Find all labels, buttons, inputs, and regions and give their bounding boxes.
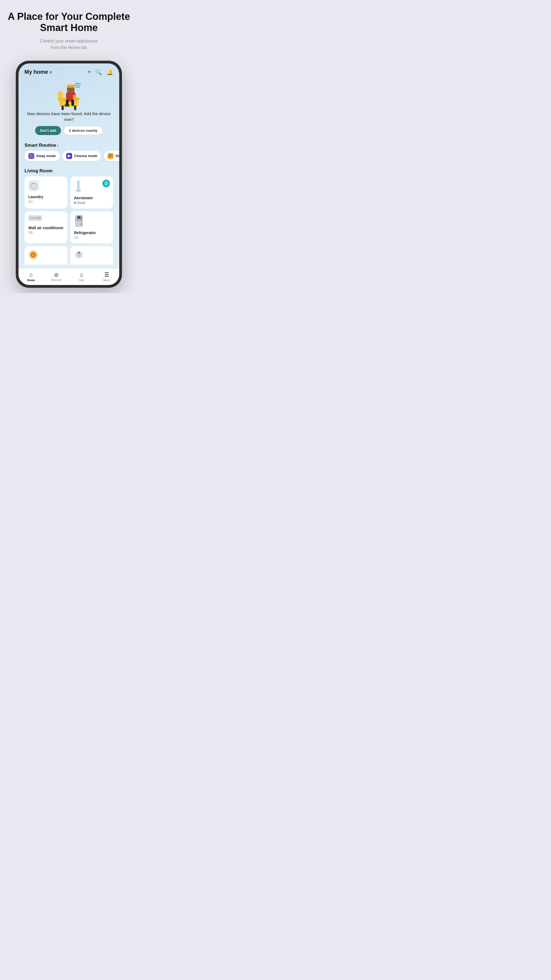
refrigerator-name: Refrigerator	[74, 230, 110, 235]
device-card-refrigerator[interactable]: Refrigerator On	[70, 211, 113, 243]
svg-rect-13	[66, 99, 68, 106]
devices-nearby-button[interactable]: 2 devices nearby	[64, 126, 103, 135]
sleep-mode-icon: 💤	[108, 153, 113, 159]
living-room-title: Living Room	[24, 165, 113, 177]
phone-header: My home ∨ + 🔍 🔔	[19, 64, 119, 78]
dont-add-button[interactable]: Don't add	[35, 126, 61, 135]
routine-chips-row: 🏃 Away mode ▶ Cinema mode 💤 Sle...	[19, 151, 119, 165]
laundry-status: On	[28, 200, 64, 204]
aerotower-status: Good	[74, 201, 110, 205]
aerotower-name: Aerotower	[74, 196, 110, 200]
home-nav-icon: ⌂	[29, 272, 33, 278]
device-card-partial-right[interactable]	[70, 246, 113, 265]
chevron-down-icon: ∨	[49, 70, 52, 74]
bell-icon[interactable]: 🔔	[107, 69, 113, 75]
svg-rect-32	[81, 217, 82, 220]
svg-rect-14	[71, 99, 74, 106]
nav-home[interactable]: ⌂ Home	[23, 272, 39, 282]
nav-discover[interactable]: ◎ Discover	[48, 272, 65, 282]
cinema-mode-label: Cinema mode	[74, 154, 97, 158]
phone-screen: My home ∨ + 🔍 🔔	[19, 64, 119, 285]
wall-ac-name: Wall air conditioner	[28, 225, 64, 230]
aerotower-status-text: Good	[77, 201, 85, 205]
discover-nav-label: Discover	[51, 278, 62, 282]
add-icon[interactable]: +	[88, 69, 91, 75]
hero-buttons: Don't add 2 devices nearby	[35, 126, 103, 135]
discover-nav-icon: ◎	[54, 272, 59, 278]
svg-point-28	[39, 217, 40, 218]
refrigerator-status: On	[74, 236, 110, 240]
nav-menu[interactable]: ☰ Menu	[99, 271, 115, 282]
home-title-text: My home	[24, 69, 48, 75]
home-nav-label: Home	[27, 279, 35, 282]
bottom-navigation: ⌂ Home ◎ Discover ⌂ Care ☰ Menu	[19, 269, 119, 285]
svg-rect-11	[73, 95, 76, 100]
nav-care[interactable]: ⌂ Care	[73, 272, 89, 282]
living-room-section: Living Room Laundry	[19, 165, 119, 265]
routine-chip-sleep[interactable]: 💤 Sle...	[104, 151, 119, 161]
wall-ac-status: Off	[28, 231, 64, 235]
device-card-aerotower[interactable]: ⏻ Aerotower Good	[70, 177, 113, 208]
svg-rect-10	[67, 85, 74, 88]
sleep-mode-label: Sle...	[115, 154, 119, 158]
status-dot-good	[74, 202, 76, 204]
svg-rect-5	[62, 105, 64, 110]
page-headline: A Place for Your Complete Smart Home	[5, 11, 132, 33]
hero-illustration	[51, 78, 87, 111]
svg-point-18	[33, 185, 35, 187]
laundry-name: Laundry	[28, 194, 64, 199]
routine-chip-cinema[interactable]: ▶ Cinema mode	[62, 151, 101, 161]
svg-point-41	[78, 251, 80, 254]
refrigerator-icon	[74, 215, 110, 228]
smart-routine-label: Smart Routine	[24, 143, 56, 148]
care-nav-label: Care	[78, 279, 84, 282]
away-mode-label: Away mode	[36, 154, 56, 158]
routine-chip-away[interactable]: 🏃 Away mode	[24, 151, 60, 161]
wall-ac-icon	[28, 215, 64, 222]
svg-point-38	[32, 253, 35, 256]
svg-rect-20	[33, 183, 36, 184]
header-icons: + 🔍 🔔	[88, 69, 113, 75]
svg-rect-27	[30, 218, 40, 218]
svg-rect-19	[32, 183, 33, 184]
section-arrow-icon: ›	[57, 143, 59, 148]
device-card-wall-ac[interactable]: Wall air conditioner Off	[24, 211, 67, 243]
svg-rect-33	[81, 223, 82, 225]
hero-text: New devices have been found. Add the dev…	[24, 111, 113, 122]
menu-nav-label: Menu	[103, 279, 110, 282]
svg-rect-35	[78, 216, 80, 219]
aerotower-power-button[interactable]: ⏻	[102, 180, 110, 187]
devices-grid: Laundry On ⏻ Aerotower	[24, 177, 113, 243]
living-room-label: Living Room	[24, 168, 53, 174]
phone-mockup: My home ∨ + 🔍 🔔	[16, 61, 122, 288]
menu-nav-icon: ☰	[104, 271, 109, 278]
device-card-partial-left[interactable]	[24, 246, 67, 265]
page-subheadline: Control your smart appliancesfrom the Ho…	[40, 38, 98, 51]
svg-rect-22	[77, 180, 80, 190]
svg-rect-31	[75, 221, 83, 221]
home-title-area[interactable]: My home ∨	[24, 69, 52, 75]
device-card-laundry[interactable]: Laundry On	[24, 177, 67, 208]
svg-rect-24	[77, 189, 80, 192]
care-nav-icon: ⌂	[80, 272, 83, 278]
search-icon[interactable]: 🔍	[95, 69, 102, 75]
cinema-mode-icon: ▶	[66, 153, 72, 159]
away-mode-icon: 🏃	[28, 153, 34, 159]
hero-section: New devices have been found. Add the dev…	[19, 78, 119, 139]
smart-routine-section-title: Smart Routine ›	[19, 139, 119, 151]
svg-rect-6	[74, 105, 76, 110]
laundry-icon	[28, 180, 64, 192]
